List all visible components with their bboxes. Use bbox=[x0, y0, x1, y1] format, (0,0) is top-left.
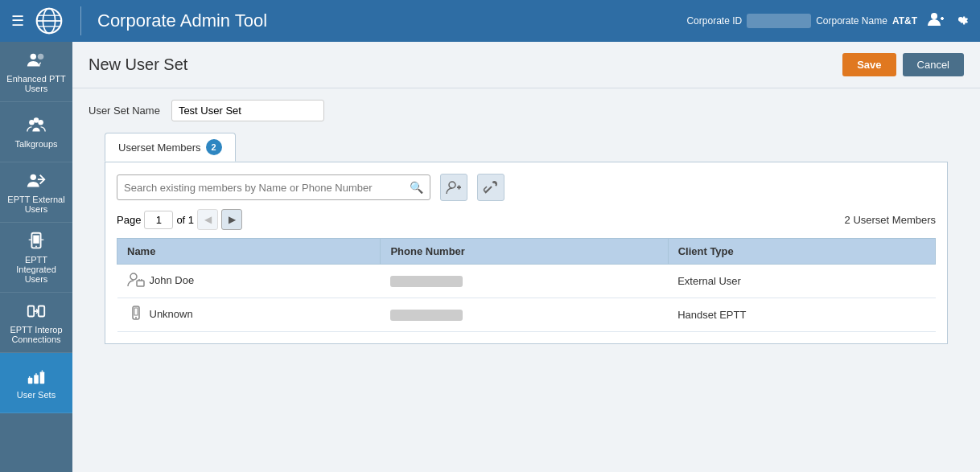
svg-point-30 bbox=[130, 273, 137, 280]
add-member-icon bbox=[446, 179, 462, 195]
top-navbar: ☰ Corporate Admin Tool Corporate ID Corp… bbox=[0, 0, 980, 42]
settings-icon[interactable] bbox=[953, 11, 969, 31]
sidebar: Enhanced PTT Users Talkgroups EPTT Exter… bbox=[0, 42, 72, 472]
corp-id-value bbox=[747, 14, 811, 28]
pagination-row: Page of 1 ◀ ▶ 2 Userset Members bbox=[117, 209, 936, 230]
user-set-name-label: User Set Name bbox=[89, 105, 160, 117]
sidebar-item-eptt-external[interactable]: EPTT External Users bbox=[0, 162, 72, 223]
tab-header: Userset Members 2 bbox=[105, 133, 948, 162]
main-layout: Enhanced PTT Users Talkgroups EPTT Exter… bbox=[0, 42, 980, 472]
user-sets-icon bbox=[26, 366, 47, 387]
sidebar-item-enhanced-ptt[interactable]: Enhanced PTT Users bbox=[0, 42, 72, 102]
sidebar-label-enhanced-ptt: Enhanced PTT Users bbox=[4, 74, 68, 93]
phone-redacted bbox=[390, 310, 463, 321]
tools-icon bbox=[483, 179, 499, 195]
prev-page-button[interactable]: ◀ bbox=[197, 209, 218, 230]
tab-container: Userset Members 2 🔍 bbox=[105, 133, 948, 344]
search-input[interactable] bbox=[124, 182, 410, 194]
svg-point-9 bbox=[38, 54, 43, 60]
app-title: Corporate Admin Tool bbox=[97, 10, 677, 31]
row-client-type-cell: External User bbox=[668, 265, 935, 298]
hamburger-menu[interactable]: ☰ bbox=[11, 12, 24, 30]
svg-rect-22 bbox=[34, 375, 39, 384]
handset-user-icon: Unknown bbox=[127, 305, 193, 322]
tab-content: 🔍 bbox=[105, 162, 948, 344]
eptt-integrated-icon bbox=[26, 231, 47, 252]
sidebar-item-user-sets[interactable]: User Sets bbox=[0, 353, 72, 413]
svg-point-36 bbox=[135, 317, 137, 318]
svg-point-11 bbox=[38, 120, 43, 125]
att-logo bbox=[34, 6, 64, 36]
svg-point-17 bbox=[35, 246, 37, 248]
att-logo-svg bbox=[35, 7, 63, 35]
search-row: 🔍 bbox=[117, 174, 936, 201]
eptt-interop-icon bbox=[26, 301, 47, 322]
sidebar-item-eptt-interop[interactable]: EPTT Interop Connections bbox=[0, 293, 72, 353]
search-icon[interactable]: 🔍 bbox=[410, 181, 423, 194]
sidebar-label-talkgroups: Talkgroups bbox=[14, 139, 57, 149]
row-name-cell: Unknown bbox=[117, 298, 381, 332]
svg-point-5 bbox=[931, 13, 937, 19]
corp-name-value: AT&T bbox=[892, 15, 917, 27]
page-number-input[interactable] bbox=[144, 211, 173, 229]
sidebar-item-talkgroups[interactable]: Talkgroups bbox=[0, 102, 72, 162]
svg-point-12 bbox=[34, 117, 39, 123]
sidebar-label-eptt-external: EPTT External Users bbox=[4, 195, 68, 214]
sidebar-label-eptt-integrated: EPTT Integrated Users bbox=[4, 255, 68, 284]
phone-redacted bbox=[390, 276, 463, 287]
cancel-button[interactable]: Cancel bbox=[903, 53, 964, 76]
sidebar-label-user-sets: User Sets bbox=[17, 390, 56, 400]
member-name: Unknown bbox=[150, 308, 193, 320]
col-name: Name bbox=[117, 239, 381, 265]
member-name: John Doe bbox=[150, 274, 195, 286]
tools-button[interactable] bbox=[477, 174, 504, 201]
corp-name-label: Corporate Name bbox=[816, 15, 887, 27]
external-user-icon: John Doe bbox=[127, 271, 195, 289]
tab-userset-members[interactable]: Userset Members 2 bbox=[105, 133, 236, 162]
svg-point-8 bbox=[31, 54, 36, 60]
user-account-icon[interactable] bbox=[927, 10, 945, 32]
svg-rect-21 bbox=[28, 378, 33, 384]
member-count-number: 2 bbox=[845, 214, 850, 226]
svg-point-27 bbox=[449, 182, 455, 188]
svg-rect-16 bbox=[33, 236, 39, 244]
svg-rect-23 bbox=[40, 371, 45, 384]
of-label: of 1 bbox=[176, 214, 194, 226]
tab-label-userset-members: Userset Members bbox=[118, 142, 201, 154]
svg-rect-19 bbox=[39, 306, 44, 317]
col-client-type: Client Type bbox=[668, 239, 935, 265]
page-title: New User Set bbox=[89, 55, 187, 74]
col-phone: Phone Number bbox=[381, 239, 668, 265]
table-row: Unknown Handset EPTT bbox=[117, 298, 936, 332]
row-phone-cell bbox=[381, 265, 668, 298]
svg-point-13 bbox=[31, 174, 36, 180]
enhanced-ptt-icon bbox=[26, 50, 47, 71]
nav-icons bbox=[927, 10, 969, 32]
sidebar-item-eptt-integrated[interactable]: EPTT Integrated Users bbox=[0, 223, 72, 293]
save-button[interactable]: Save bbox=[842, 53, 896, 76]
row-phone-cell bbox=[381, 298, 668, 332]
members-table: Name Phone Number Client Type bbox=[117, 238, 936, 332]
form-area: User Set Name Userset Members 2 bbox=[72, 88, 980, 355]
member-type-icon bbox=[127, 271, 145, 289]
row-name-cell: John Doe bbox=[117, 265, 381, 298]
svg-rect-18 bbox=[28, 306, 34, 317]
table-row: John Doe External User bbox=[117, 265, 936, 298]
member-count-label: Userset Members bbox=[853, 214, 936, 226]
userset-count: 2 Userset Members bbox=[845, 214, 936, 226]
svg-point-10 bbox=[29, 120, 35, 125]
pagination-left: Page of 1 ◀ ▶ bbox=[117, 209, 242, 230]
svg-rect-31 bbox=[137, 281, 144, 286]
talkgroups-icon bbox=[26, 115, 47, 136]
page-header: New User Set Save Cancel bbox=[72, 42, 980, 88]
sidebar-label-eptt-interop: EPTT Interop Connections bbox=[4, 325, 68, 344]
add-member-button[interactable] bbox=[440, 174, 467, 201]
corp-id-label: Corporate ID bbox=[686, 15, 742, 27]
corp-info: Corporate ID Corporate Name AT&T bbox=[686, 14, 917, 28]
header-buttons: Save Cancel bbox=[842, 53, 964, 76]
search-box: 🔍 bbox=[117, 174, 430, 200]
table-body: John Doe External User bbox=[117, 265, 936, 332]
table-header: Name Phone Number Client Type bbox=[117, 239, 936, 265]
user-set-name-input[interactable] bbox=[171, 100, 324, 121]
next-page-button[interactable]: ▶ bbox=[221, 209, 242, 230]
